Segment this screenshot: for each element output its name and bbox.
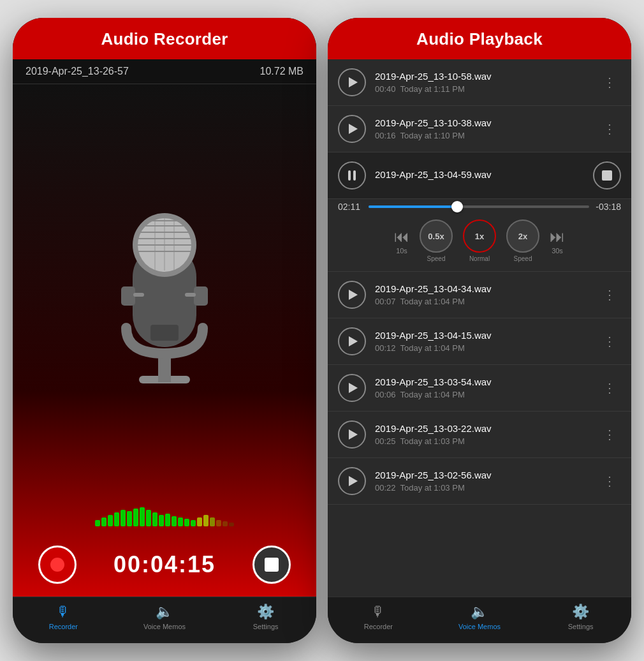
more-button-8[interactable]: ⋮: [598, 471, 621, 491]
svg-rect-15: [194, 286, 208, 306]
more-button-5[interactable]: ⋮: [598, 331, 621, 352]
file-meta-4: 00:07 Today at 1:04 PM: [375, 297, 589, 306]
tab-settings[interactable]: ⚙️ Settings: [244, 604, 288, 630]
pb-speaker-tab-icon: 🔈: [471, 604, 488, 620]
file-name-2: 2019-Apr-25_13-10-38.wav: [375, 117, 589, 128]
file-info-8: 2019-Apr-25_13-02-56.wav 00:22 Today at …: [375, 470, 589, 493]
speed-group-0.5x: 0.5x Speed: [420, 219, 453, 262]
play-triangle-icon-1: [349, 77, 358, 87]
more-button-7[interactable]: ⋮: [598, 424, 621, 445]
playback-title: Audio Playback: [340, 29, 618, 49]
recorder-body: 00:04:15: [13, 84, 316, 597]
playback-tab-voice-memos[interactable]: 🔈 Voice Memos: [457, 604, 502, 630]
tab-settings-label: Settings: [253, 623, 279, 630]
file-name-6: 2019-Apr-25_13-03-54.wav: [375, 376, 589, 387]
speed-sub-2x: Speed: [514, 255, 532, 262]
file-info-7: 2019-Apr-25_13-03-22.wav 00:25 Today at …: [375, 423, 589, 446]
file-name-3: 2019-Apr-25_13-04-59.wav: [375, 169, 584, 180]
file-name-4: 2019-Apr-25_13-04-34.wav: [375, 283, 589, 294]
settings-tab-icon: ⚙️: [257, 604, 274, 620]
level-meter: [82, 507, 247, 526]
stop-square-icon: [265, 558, 279, 572]
pb-microphone-tab-icon: 🎙: [371, 604, 385, 620]
recording-size: 10.72 MB: [260, 66, 304, 77]
more-button-6[interactable]: ⋮: [598, 378, 621, 398]
record-dot-icon: [50, 558, 64, 572]
file-info-4: 2019-Apr-25_13-04-34.wav 00:07 Today at …: [375, 283, 589, 306]
progress-fill: [369, 205, 457, 208]
file-item-6: 2019-Apr-25_13-03-54.wav 00:06 Today at …: [328, 365, 631, 412]
tab-recorder-label: Recorder: [49, 623, 78, 630]
file-name-8: 2019-Apr-25_13-02-56.wav: [375, 470, 589, 480]
pause-button-3[interactable]: [338, 161, 366, 189]
play-triangle-icon-6: [349, 383, 358, 393]
tab-voice-memos[interactable]: 🔈 Voice Memos: [142, 604, 187, 630]
recorder-tab-bar: 🎙 Recorder 🔈 Voice Memos ⚙️ Settings: [13, 597, 316, 643]
play-triangle-icon-4: [349, 290, 358, 300]
pause-icon-3: [348, 170, 356, 181]
skip-forward-icon: ⏭: [550, 228, 565, 246]
playback-header: Audio Playback: [328, 18, 631, 59]
file-item-4: 2019-Apr-25_13-04-34.wav 00:07 Today at …: [328, 272, 631, 318]
recorder-title: Audio Recorder: [26, 29, 304, 49]
file-info-5: 2019-Apr-25_13-04-15.wav 00:12 Today at …: [375, 330, 589, 353]
playback-tab-recorder[interactable]: 🎙 Recorder: [356, 604, 400, 630]
pb-settings-tab-icon: ⚙️: [572, 604, 589, 620]
file-info-6: 2019-Apr-25_13-03-54.wav 00:06 Today at …: [375, 376, 589, 399]
file-meta-1: 00:40 Today at 1:11 PM: [375, 84, 589, 94]
file-meta-2: 00:16 Today at 1:10 PM: [375, 131, 589, 140]
progress-thumb[interactable]: [451, 201, 463, 212]
play-button-1[interactable]: [338, 68, 366, 96]
file-info-1: 2019-Apr-25_13-10-58.wav 00:40 Today at …: [375, 71, 589, 94]
record-button[interactable]: [38, 546, 77, 584]
skip-back-icon: ⏮: [394, 228, 409, 246]
progress-row: 02:11 -03:18: [338, 199, 621, 212]
more-button-2[interactable]: ⋮: [598, 119, 621, 139]
file-item-1: 2019-Apr-25_13-10-58.wav 00:40 Today at …: [328, 59, 631, 106]
play-triangle-icon-7: [349, 429, 358, 440]
file-meta-8: 00:22 Today at 1:03 PM: [375, 483, 589, 493]
tab-recorder[interactable]: 🎙 Recorder: [41, 604, 85, 630]
pb-tab-recorder-label: Recorder: [364, 623, 393, 630]
file-item-8: 2019-Apr-25_13-02-56.wav 00:22 Today at …: [328, 458, 631, 505]
recorder-phone: Audio Recorder 2019-Apr-25_13-26-57 10.7…: [13, 18, 316, 643]
play-button-5[interactable]: [338, 327, 366, 355]
recorder-header: Audio Recorder: [13, 18, 316, 59]
play-button-7[interactable]: [338, 420, 366, 449]
skip-back-label: 10s: [396, 247, 407, 255]
recording-info-bar: 2019-Apr-25_13-26-57 10.72 MB: [13, 59, 316, 84]
play-button-4[interactable]: [338, 281, 366, 309]
stop-button-3[interactable]: [593, 161, 621, 189]
skip-forward-button[interactable]: ⏭ 30s: [550, 228, 565, 255]
play-triangle-icon-2: [349, 124, 358, 134]
file-item-7: 2019-Apr-25_13-03-22.wav 00:25 Today at …: [328, 412, 631, 458]
play-triangle-icon-8: [349, 476, 358, 486]
stop-button[interactable]: [252, 546, 291, 584]
file-info-2: 2019-Apr-25_13-10-38.wav 00:16 Today at …: [375, 117, 589, 140]
speed-controls: ⏮ 10s 0.5x Speed 1x Normal: [338, 219, 621, 262]
recorder-controls: 00:04:15: [13, 539, 316, 597]
speed-button-2x[interactable]: 2x: [506, 219, 539, 253]
more-button-4[interactable]: ⋮: [598, 285, 621, 305]
pb-tab-settings-label: Settings: [568, 623, 594, 630]
speed-button-1x[interactable]: 1x: [463, 219, 496, 253]
play-button-8[interactable]: [338, 467, 366, 495]
speed-button-0.5x[interactable]: 0.5x: [420, 219, 453, 253]
more-button-1[interactable]: ⋮: [598, 72, 621, 93]
speed-sub-1x: Normal: [469, 255, 490, 262]
play-button-6[interactable]: [338, 374, 366, 402]
tab-voice-memos-label: Voice Memos: [143, 623, 186, 630]
svg-rect-18: [150, 325, 179, 341]
file-item-3-playing: 2019-Apr-25_13-04-59.wav: [328, 152, 631, 199]
file-meta-6: 00:06 Today at 1:04 PM: [375, 390, 589, 399]
skip-forward-label: 30s: [552, 247, 563, 255]
file-list: 2019-Apr-25_13-10-58.wav 00:40 Today at …: [328, 59, 631, 597]
playback-tab-settings[interactable]: ⚙️ Settings: [559, 604, 603, 630]
play-button-2[interactable]: [338, 115, 366, 143]
skip-back-button[interactable]: ⏮ 10s: [394, 228, 409, 255]
microphone-svg: [94, 188, 235, 405]
file-info-3: 2019-Apr-25_13-04-59.wav: [375, 169, 584, 182]
svg-rect-14: [121, 286, 135, 306]
remaining-time: -03:18: [596, 202, 621, 212]
progress-bar[interactable]: [369, 205, 589, 208]
